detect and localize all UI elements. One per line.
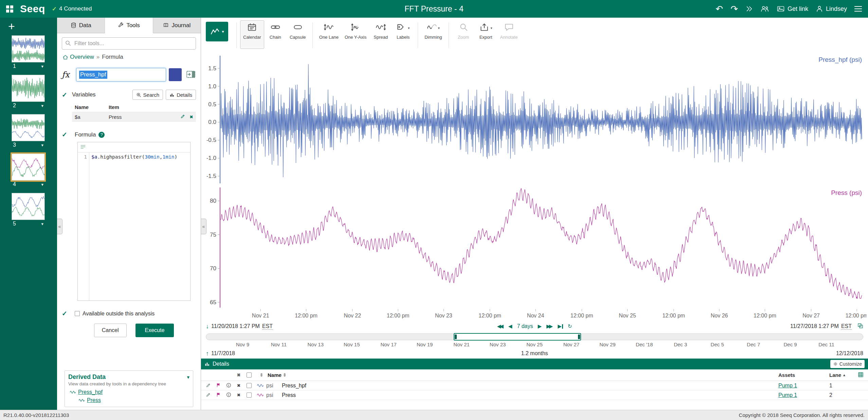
toolbar-capsule-button[interactable]: Capsule xyxy=(287,20,309,49)
flag-item-button[interactable] xyxy=(216,383,221,389)
add-worksheet-button[interactable]: + xyxy=(0,20,15,35)
assets-column-header[interactable]: Assets xyxy=(778,372,829,378)
refresh-button[interactable]: ↻ xyxy=(568,323,572,329)
customize-button[interactable]: Customize xyxy=(830,360,865,368)
main-menu-button[interactable] xyxy=(854,6,862,12)
toolbar-spread-button[interactable]: Spread xyxy=(369,20,392,49)
edit-variable-button[interactable] xyxy=(180,114,185,120)
breadcrumb-overview-link[interactable]: Overview xyxy=(62,54,94,60)
searchplus-icon xyxy=(136,92,141,97)
worksheet-menu-chevron[interactable]: ▾ xyxy=(41,182,43,187)
dual-window-icon xyxy=(857,323,863,329)
timezone-label-end[interactable]: EST xyxy=(841,323,852,330)
range-duration[interactable]: 7 days xyxy=(517,323,533,329)
step-forward-multiple-button[interactable]: ▶▶ xyxy=(546,323,551,329)
timezone-label[interactable]: EST xyxy=(262,323,273,330)
remove-item-button[interactable]: ✖ xyxy=(237,383,241,388)
item-info-button[interactable] xyxy=(226,383,231,389)
variables-search-button[interactable]: Search xyxy=(132,90,163,100)
collapse-tools-handle[interactable]: « xyxy=(201,219,206,234)
edit-item-button[interactable] xyxy=(206,392,211,398)
worksheet-number: 1 xyxy=(13,63,16,69)
remove-all-button[interactable]: ✖ xyxy=(234,372,244,378)
undo-button[interactable]: ↶ xyxy=(716,4,723,13)
step-to-end-button[interactable]: ▶ xyxy=(558,323,563,329)
formula-name-input[interactable]: Press_hpf xyxy=(76,68,166,81)
auto-update-button[interactable] xyxy=(857,323,863,330)
range-start-date[interactable]: 11/20/2018 1:27 PM xyxy=(211,323,260,329)
redo-button[interactable]: ↷ xyxy=(730,4,738,13)
worksheet-thumbnail[interactable] xyxy=(12,153,45,181)
variables-details-button[interactable]: Details xyxy=(166,90,196,100)
select-all-checkbox[interactable] xyxy=(247,372,252,378)
worksheet-menu-chevron[interactable]: ▾ xyxy=(41,103,43,108)
formula-editor[interactable]: 1 $a.highpassfilter(30min,1min) xyxy=(77,142,191,301)
scrubber-track[interactable] xyxy=(206,333,863,340)
formula-code[interactable]: $a.highpassfilter(30min,1min) xyxy=(89,152,179,300)
cancel-button[interactable]: Cancel xyxy=(94,324,127,337)
name-column-header[interactable]: Name⇕ xyxy=(268,372,778,378)
worksheet-menu-chevron[interactable]: ▾ xyxy=(41,143,43,148)
toolbar-labels-button[interactable]: ▾Labels xyxy=(392,20,414,49)
sort-type-button[interactable]: ⇕ xyxy=(255,372,268,378)
remove-item-button[interactable]: ✖ xyxy=(237,392,241,398)
item-info-button[interactable] xyxy=(226,392,231,398)
worksheet-menu-chevron[interactable]: ▾ xyxy=(41,221,43,226)
item-checkbox[interactable] xyxy=(247,383,252,388)
tab-journal[interactable]: Journal xyxy=(153,18,201,33)
worksheet-menu-chevron[interactable]: ▾ xyxy=(41,64,43,69)
investigate-duration[interactable]: 1.2 months xyxy=(425,350,644,357)
item-checkbox[interactable] xyxy=(247,392,252,398)
derived-item-link[interactable]: Press xyxy=(87,397,101,403)
execute-button[interactable]: Execute xyxy=(135,324,174,337)
range-end-date[interactable]: 11/27/2018 1:27 PM xyxy=(790,323,839,329)
scrubber-tick-label: Nov 15 xyxy=(344,342,360,347)
toolbar-calendar-button[interactable]: Calendar xyxy=(240,20,264,49)
edit-item-button[interactable] xyxy=(206,383,211,389)
formula-help-button[interactable]: ? xyxy=(98,132,105,138)
toolbar-dimming-button[interactable]: ▾Dimming xyxy=(421,20,445,49)
step-back-button[interactable]: ◀ xyxy=(508,323,512,329)
fast-forward-button[interactable] xyxy=(745,5,753,13)
collapse-worksheets-handle[interactable]: « xyxy=(57,219,62,234)
toolbar-one-lane-button[interactable]: One Lane xyxy=(316,20,342,49)
user-menu-button[interactable]: Lindsey xyxy=(816,5,847,13)
asset-link[interactable]: Pump 1 xyxy=(778,383,797,389)
investigate-start-date[interactable]: 11/7/2018 xyxy=(211,350,235,357)
dock-panel-button[interactable] xyxy=(186,70,196,79)
worksheet-thumbnail[interactable] xyxy=(12,35,45,62)
color-swatch-button[interactable] xyxy=(169,68,182,81)
lane-column-header[interactable]: Lane▲ xyxy=(829,372,853,378)
get-link-button[interactable]: Get link xyxy=(777,5,808,13)
flag-item-button[interactable] xyxy=(216,392,221,398)
worksheet-thumbnail[interactable] xyxy=(12,193,45,220)
available-outside-checkbox[interactable] xyxy=(75,311,80,316)
toolbar-one-y-axis-button[interactable]: One Y-Axis xyxy=(342,20,369,49)
column-grid-button[interactable] xyxy=(858,372,864,379)
worksheet-thumbnail[interactable] xyxy=(12,114,45,141)
tab-data[interactable]: Data xyxy=(57,18,105,33)
details-row[interactable]: ✖psiPress_hpfPump 11 xyxy=(201,381,868,390)
filter-tools-input[interactable] xyxy=(62,37,196,50)
remove-variable-button[interactable]: ✖ xyxy=(189,114,193,120)
toolbar-export-button[interactable]: ▾Export xyxy=(475,20,497,49)
view-selector-button[interactable]: ▾ xyxy=(206,22,228,41)
derived-data-collapse-button[interactable]: ▾ xyxy=(187,374,189,380)
step-back-multiple-button[interactable]: ◀◀ xyxy=(497,323,502,329)
tab-tools[interactable]: Tools xyxy=(105,18,153,33)
investigate-end-date[interactable]: 12/12/2018 xyxy=(836,350,863,357)
asset-link[interactable]: Pump 1 xyxy=(778,392,797,398)
chevron-down-icon: ▾ xyxy=(408,26,410,30)
derived-item-link[interactable]: Press_hpf xyxy=(78,389,103,395)
step-forward-button[interactable]: ▶ xyxy=(538,323,542,329)
toolbar-separator xyxy=(449,22,449,48)
scrubber-selection[interactable] xyxy=(454,333,581,341)
details-row[interactable]: ✖psiPressPump 12 xyxy=(201,390,868,400)
ffwd-icon xyxy=(745,5,753,13)
trend-chart[interactable]: 1.51.00.50.0-0.5-1.0-1.565707580Press_hp… xyxy=(202,50,867,318)
toolbar-chain-button[interactable]: Chain xyxy=(264,20,287,49)
worksheet-thumbnail[interactable] xyxy=(12,75,45,102)
app-switcher-button[interactable] xyxy=(6,5,13,13)
formula-examples-button[interactable] xyxy=(80,144,86,151)
collaborators-button[interactable] xyxy=(760,4,769,13)
